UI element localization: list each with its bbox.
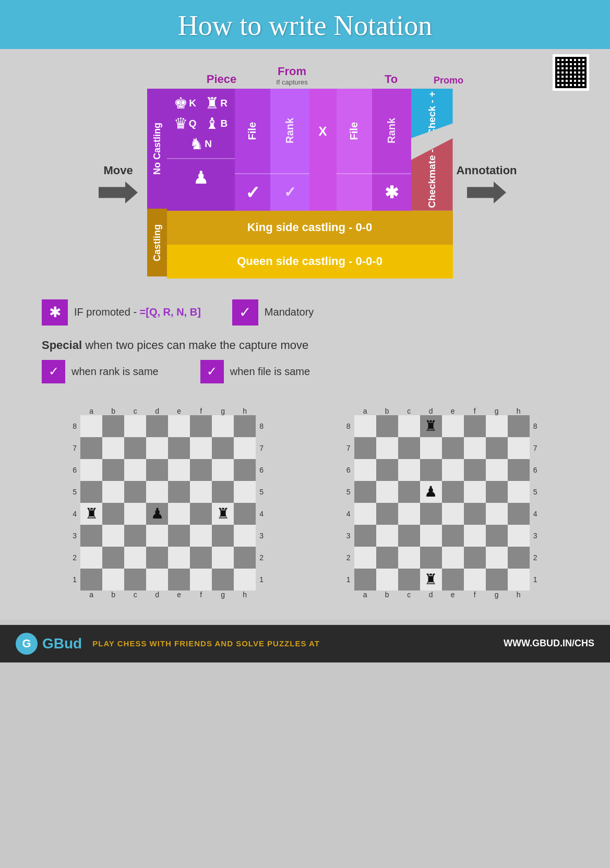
chess-cell [102, 459, 124, 481]
chess-cell [420, 547, 442, 569]
board1-col-e: e [168, 407, 190, 415]
chess-cell [190, 481, 212, 503]
chess-cell [146, 547, 168, 569]
chess-cell [212, 415, 234, 437]
footer: G GBud PLAY CHESS WITH FRIENDS AND SOLVE… [0, 625, 610, 662]
to-rank-label: Rank [386, 118, 398, 143]
chess-cell [398, 459, 420, 481]
move-label: Move [103, 164, 133, 177]
chess-cell [146, 525, 168, 547]
footer-logo-circle: G [16, 633, 38, 655]
chess-cell [168, 547, 190, 569]
board-row: 1♜1 [343, 569, 541, 590]
chess-cell [420, 459, 442, 481]
pawn-icon: ♟ [193, 167, 209, 188]
chess-cell [354, 525, 376, 547]
legend-mandatory-label: Mandatory [265, 306, 314, 318]
chess-cell [376, 525, 398, 547]
chess-cell [124, 437, 146, 459]
board1-col-a: a [80, 407, 102, 415]
chess-cell [486, 525, 508, 547]
chess-cell [234, 525, 256, 547]
chess-cell [442, 525, 464, 547]
chess-cell [464, 525, 486, 547]
board-row: 5♟5 [343, 481, 541, 503]
move-arrow-icon [99, 182, 138, 203]
chess-cell: ♟ [146, 503, 168, 525]
chess-cell [486, 415, 508, 437]
chess-cell [102, 569, 124, 590]
page-header: How to write Notation [0, 0, 610, 49]
from-file-label: File [246, 122, 258, 140]
from-rank-check-small: ✓ [284, 184, 296, 201]
legend-mandatory: ✓ Mandatory [232, 299, 314, 326]
board-row: 88 [69, 415, 267, 437]
chess-cell [420, 503, 442, 525]
chess-cell [398, 481, 420, 503]
chess-cell [212, 459, 234, 481]
chess-cell [212, 547, 234, 569]
special-rank-box: ✓ [42, 360, 65, 383]
chess-cell [146, 437, 168, 459]
special-file-text: when file is same [230, 366, 310, 378]
chess-cell [102, 437, 124, 459]
chess-cell [464, 437, 486, 459]
chess-cell [464, 503, 486, 525]
annotation-arrow-icon [467, 182, 506, 203]
board-row: 4♜♟♜4 [69, 503, 267, 525]
chess-cell [124, 415, 146, 437]
row-label-no-castling: No Castling [147, 89, 167, 209]
legend-promoted: ✱ IF promoted - =[Q, R, N, B] [42, 299, 201, 326]
chess-cell [420, 437, 442, 459]
chess-cell [486, 569, 508, 590]
chess-cell [168, 437, 190, 459]
chess-cell [354, 569, 376, 590]
chess-cell [124, 525, 146, 547]
chess-cell [376, 459, 398, 481]
chess-cell [212, 481, 234, 503]
board-row: 44 [343, 503, 541, 525]
board-row: 77 [69, 437, 267, 459]
legend-promoted-label: IF promoted - [74, 306, 137, 318]
legend-section: ✱ IF promoted - =[Q, R, N, B] ✓ Mandator… [21, 292, 589, 333]
chess-cell [124, 569, 146, 590]
chess-cell: ♜ [420, 415, 442, 437]
chess-cell [508, 503, 530, 525]
chess-cell [464, 547, 486, 569]
board1-col-c: c [124, 407, 146, 415]
queen-icon: ♛ [174, 114, 188, 132]
chess-cell [486, 437, 508, 459]
chess-cell [190, 547, 212, 569]
col-label-from: From [256, 65, 329, 78]
chess-cell [80, 547, 102, 569]
board-row: 55 [69, 481, 267, 503]
chess-cell [124, 547, 146, 569]
chess-cell [80, 481, 102, 503]
col-label-if-captures: If captures [256, 78, 329, 86]
king-side-castling: King side castling - 0-0 [247, 221, 373, 234]
chess-cell [80, 525, 102, 547]
board1-col-b: b [102, 407, 124, 415]
chess-cell [234, 569, 256, 590]
chess-cell [354, 459, 376, 481]
chess-cell [442, 415, 464, 437]
chess-cell [102, 525, 124, 547]
chess-cell [234, 437, 256, 459]
chess-cell: ♜ [212, 503, 234, 525]
chess-cell [508, 569, 530, 590]
chess-cell [508, 415, 530, 437]
chess-cell [398, 437, 420, 459]
chess-boards-section: a b c d e f g h 887766554♜♟♜4332211 a b … [21, 402, 589, 609]
chess-cell [212, 569, 234, 590]
queen-letter: Q [189, 118, 197, 129]
chess-cell [354, 415, 376, 437]
chess-cell [124, 481, 146, 503]
chess-cell [420, 525, 442, 547]
annotation-label: Annotation [456, 164, 517, 177]
chess-cell [442, 459, 464, 481]
to-rank-star: ✱ [385, 183, 399, 202]
chess-cell [212, 437, 234, 459]
knight-icon: ♞ [189, 135, 204, 153]
special-rank-check-icon: ✓ [49, 364, 59, 379]
chess-cell [464, 415, 486, 437]
